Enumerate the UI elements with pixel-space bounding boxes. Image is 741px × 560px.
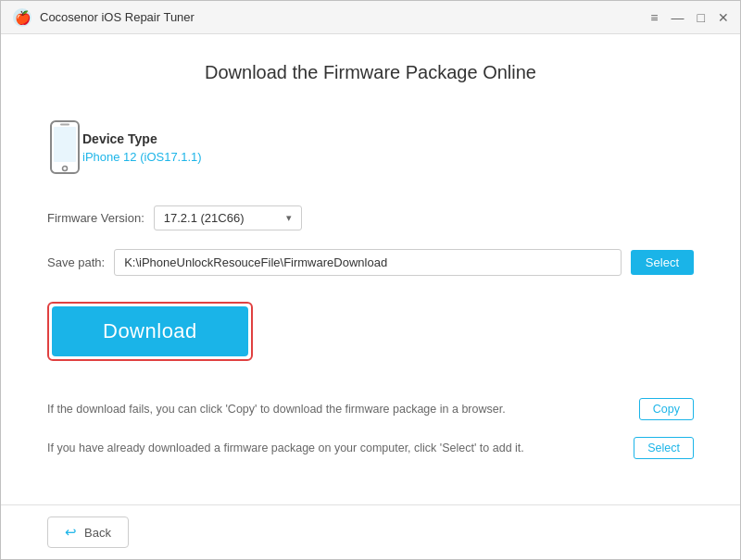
close-btn[interactable]: ✕: [718, 11, 729, 24]
device-info: Device Type iPhone 12 (iOS17.1.1): [82, 131, 202, 164]
savepath-input[interactable]: [114, 249, 622, 276]
savepath-label: Save path:: [47, 255, 105, 269]
device-type-value: iPhone 12 (iOS17.1.1): [82, 150, 202, 164]
svg-text:🍎: 🍎: [15, 10, 31, 26]
main-content: Download the Firmware Package Online Dev…: [1, 34, 740, 504]
window-controls: ≡ — □ ✕: [650, 11, 729, 24]
info-row-select: If you have already downloaded a firmwar…: [47, 437, 694, 459]
main-window: 🍎 Cocosenor iOS Repair Tuner ≡ — □ ✕ Dow…: [0, 0, 741, 560]
minimize-btn[interactable]: —: [672, 11, 684, 24]
footer: ↩ Back: [1, 504, 740, 559]
info-select-text: If you have already downloaded a firmwar…: [47, 442, 524, 454]
copy-button[interactable]: Copy: [639, 398, 694, 420]
firmware-label: Firmware Version:: [47, 211, 144, 225]
maximize-btn[interactable]: □: [697, 11, 705, 24]
download-btn-wrapper: Download: [47, 302, 694, 361]
page-title: Download the Firmware Package Online: [47, 62, 694, 83]
window-title: Cocosenor iOS Repair Tuner: [40, 10, 650, 24]
back-arrow-icon: ↩: [65, 524, 77, 541]
back-button[interactable]: ↩ Back: [47, 516, 129, 548]
savepath-select-button[interactable]: Select: [631, 250, 694, 275]
info-row-copy: If the download fails, you can click 'Co…: [47, 398, 694, 420]
info-copy-text: If the download fails, you can click 'Co…: [47, 403, 506, 416]
svg-rect-5: [60, 124, 69, 126]
svg-rect-3: [54, 127, 76, 162]
device-type-label: Device Type: [82, 131, 202, 146]
svg-point-4: [63, 167, 68, 171]
app-logo: 🍎: [12, 7, 32, 28]
menu-btn[interactable]: ≡: [650, 11, 658, 24]
firmware-row: Firmware Version: 17.2.1 (21C66) ▾: [47, 205, 694, 230]
info-section: If the download fails, you can click 'Co…: [47, 398, 694, 486]
titlebar: 🍎 Cocosenor iOS Repair Tuner ≡ — □ ✕: [1, 1, 740, 34]
device-icon: [47, 120, 82, 174]
download-button[interactable]: Download: [52, 306, 248, 356]
savepath-row: Save path: Select: [47, 249, 694, 276]
firmware-version-text: 17.2.1 (21C66): [164, 211, 245, 225]
back-label: Back: [84, 526, 111, 540]
download-btn-outer: Download: [47, 302, 253, 361]
select-button[interactable]: Select: [634, 437, 694, 459]
device-section: Device Type iPhone 12 (iOS17.1.1): [47, 111, 694, 183]
chevron-down-icon: ▾: [286, 212, 292, 224]
firmware-version-select[interactable]: 17.2.1 (21C66) ▾: [154, 205, 302, 230]
